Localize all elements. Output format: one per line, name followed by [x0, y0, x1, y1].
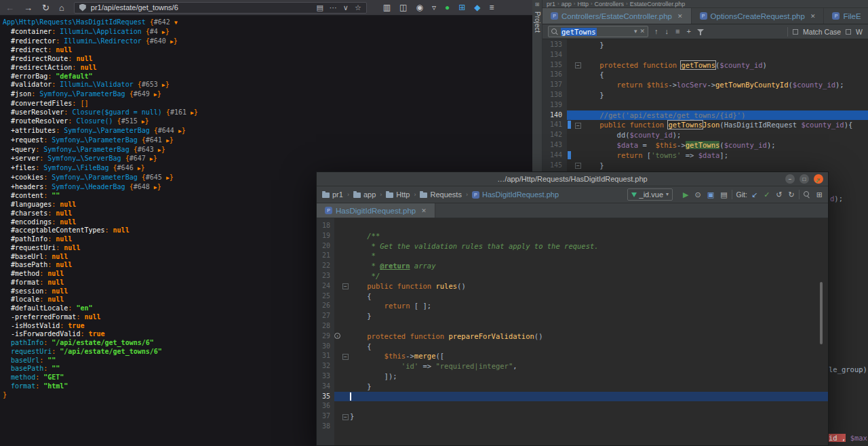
url-bar[interactable]: pr1/api/estate/get_towns/6 ▤⋯∨☆ [74, 2, 367, 14]
profiler-icon[interactable]: ▤ [720, 191, 727, 199]
back-icon[interactable]: ← [5, 3, 14, 12]
menu-icon[interactable]: ≡ [490, 3, 494, 12]
run-configuration-label: _id.vue [639, 190, 663, 199]
editor-tab[interactable]: P HasDigitIdRequest.php ✕ [317, 203, 435, 218]
editor-tab[interactable]: PControllers/EstateController.php✕ [542, 8, 692, 24]
override-method-icon[interactable]: ↑ [334, 333, 340, 339]
line-number: 27 [317, 311, 334, 321]
fold-icon[interactable]: − [342, 414, 349, 420]
editor-tab[interactable]: POptionsCreateRequest.php✕ [692, 8, 825, 24]
search-everywhere-icon[interactable] [804, 191, 810, 198]
extension-blue-icon[interactable]: ◆ [474, 3, 480, 12]
words-label[interactable]: W [856, 28, 863, 36]
find-add-occurrence-icon[interactable]: + [686, 28, 690, 35]
fold-icon[interactable]: − [575, 163, 581, 169]
breadcrumb-item[interactable]: Requests [420, 190, 461, 199]
gutter-markers [567, 50, 574, 60]
search-history-icon[interactable]: ▾ [634, 28, 637, 35]
match-case-checkbox[interactable] [793, 29, 798, 35]
expand-toggle-icon[interactable]: ▼ [174, 20, 178, 26]
git-commit-icon[interactable]: ✓ [764, 191, 770, 199]
breadcrumb-item[interactable]: Http [577, 1, 589, 7]
git-label: Git: [736, 190, 747, 199]
run-icon[interactable]: ▶ [683, 191, 688, 199]
breadcrumb-item[interactable]: PHasDigitIdRequest.php [472, 190, 559, 199]
sidebar-icon[interactable]: ◫ [399, 3, 407, 12]
git-history-icon[interactable]: ↺ [776, 191, 782, 199]
window-title-bar[interactable]: …/app/Http/Requests/HasDigitIdRequest.ph… [317, 172, 828, 186]
search-query-text[interactable]: getTowns [561, 28, 597, 36]
pocket-icon[interactable]: ∨ [343, 4, 349, 12]
close-icon[interactable]: ✕ [421, 207, 427, 214]
breadcrumb-item[interactable]: pr1 [547, 1, 555, 7]
inspections-ok-icon[interactable]: ✓ [815, 176, 821, 185]
coverage-icon[interactable]: ▣ [707, 191, 714, 199]
reader-mode-icon[interactable]: ▤ [316, 4, 323, 12]
search-icon [551, 28, 558, 35]
close-icon[interactable]: ✕ [677, 13, 683, 20]
run-configuration-select[interactable]: _id.vue ▾ [627, 188, 673, 201]
extension-green-icon[interactable]: ● [445, 3, 450, 12]
find-prev-icon[interactable]: ↑ [654, 28, 658, 35]
reload-icon[interactable]: ↻ [42, 3, 50, 12]
breadcrumb-item[interactable]: app [353, 190, 376, 199]
git-rollback-icon[interactable]: ↻ [789, 191, 795, 199]
account-icon[interactable]: ◉ [416, 3, 422, 12]
dump-line: #redirector: Illumin…\Redirector {#640 ▶… [3, 37, 532, 47]
git-update-icon[interactable]: ↙ [751, 191, 757, 199]
line-number: 142 [542, 130, 567, 140]
code-text: //get('api/estate/get_towns/{id}') [583, 110, 868, 121]
breadcrumb-item[interactable]: pr1 [322, 190, 343, 199]
line-number: 141 [542, 120, 567, 130]
dump-line: #validator: Illumin…\Validator {#653 ▶} [3, 81, 532, 90]
gutter-markers [567, 70, 574, 80]
url-text[interactable]: pr1/api/estate/get_towns/6 [91, 3, 312, 12]
find-selection-icon[interactable]: ≡ [675, 28, 679, 35]
window-layout-icon[interactable]: ⊞ [816, 191, 823, 199]
line-number: 26 [317, 301, 334, 311]
library-icon[interactable]: ▥ [383, 3, 391, 12]
gutter-markers [334, 271, 341, 281]
code-line: 133 } [542, 40, 868, 50]
breadcrumb-item[interactable]: Controllers [595, 1, 625, 7]
tool-strip-icon[interactable]: ⊞ [535, 2, 540, 7]
maximize-button[interactable]: □ [800, 174, 809, 184]
fold-icon[interactable]: − [575, 62, 581, 68]
match-case-label[interactable]: Match Case [803, 28, 841, 36]
fold-icon[interactable]: − [342, 354, 349, 360]
close-icon[interactable]: ✕ [810, 13, 816, 20]
tracking-shield-icon[interactable] [79, 4, 86, 12]
tool-window-project-button[interactable]: Project [534, 12, 541, 33]
breadcrumb-item[interactable]: EstateController.php [630, 1, 686, 7]
code-line: 141− public function getTownsJson(HasDig… [542, 120, 868, 130]
code-line: 27 } [317, 311, 828, 321]
gutter-markers [334, 371, 341, 382]
extension-blue-grid-icon[interactable]: ⊞ [458, 3, 465, 12]
code-text [350, 401, 828, 411]
forward-icon[interactable]: → [24, 3, 33, 12]
page-actions-icon[interactable]: ⋯ [330, 4, 337, 12]
fold-icon[interactable]: − [342, 283, 349, 289]
code-line: 142 dd($county_id); [542, 130, 868, 140]
breadcrumb-item[interactable]: app [561, 1, 572, 7]
fold-icon[interactable]: − [575, 123, 581, 129]
scrollbar-thumb[interactable] [820, 282, 823, 344]
chevron-down-icon: ▾ [666, 192, 669, 197]
extension-gray-icon[interactable]: ▿ [432, 3, 436, 12]
minimize-button[interactable]: − [785, 174, 795, 184]
code-line: 24− public function rules() [317, 281, 828, 291]
filter-icon[interactable] [697, 28, 704, 35]
clear-search-icon[interactable]: ✕ [639, 28, 645, 35]
code-editor[interactable]: 1819 /**20 * Get the validation rules th… [317, 218, 828, 445]
debug-icon[interactable]: ⊙ [695, 191, 701, 199]
bookmark-star-icon[interactable]: ☆ [355, 4, 361, 12]
editor-tab[interactable]: PFileE [824, 8, 868, 24]
vcs-change-marker [568, 151, 571, 159]
search-input[interactable]: getTowns ▾ ✕ [548, 26, 648, 37]
breadcrumb-separator: › [557, 1, 559, 7]
breadcrumb-item[interactable]: Http [386, 190, 410, 199]
find-next-icon[interactable]: ↓ [665, 28, 669, 35]
words-checkbox[interactable] [846, 29, 851, 35]
home-icon[interactable]: ⌂ [59, 3, 64, 12]
gutter-markers [334, 401, 341, 411]
